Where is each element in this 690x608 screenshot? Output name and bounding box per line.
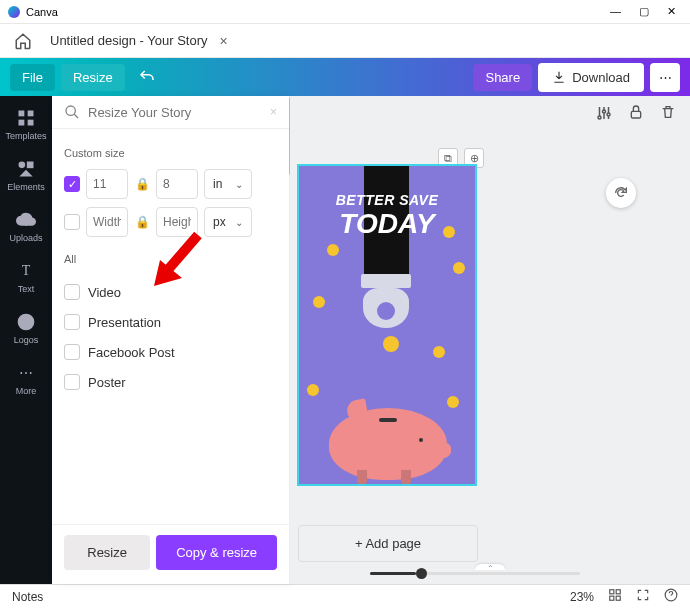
add-page-button[interactable]: + Add page [298, 525, 478, 562]
more-icon: ⋯ [16, 363, 36, 383]
search-input[interactable] [88, 105, 270, 120]
coin-icon [313, 296, 325, 308]
svg-point-7 [19, 315, 34, 330]
design-canvas[interactable]: BETTER SAVE TODAY [297, 164, 477, 486]
type-checkbox[interactable] [64, 284, 80, 300]
download-button[interactable]: Download [538, 63, 644, 92]
window-controls: — ▢ ✕ [610, 5, 682, 18]
svg-rect-11 [616, 590, 620, 594]
notes-button[interactable]: Notes [12, 590, 43, 604]
copy-and-resize-button[interactable]: Copy & resize [156, 535, 277, 570]
canvas-hand-graphic [361, 274, 411, 330]
text-icon: T [16, 261, 36, 281]
type-item-video[interactable]: Video [64, 277, 277, 307]
search-icon [64, 104, 80, 120]
coin-icon [307, 384, 319, 396]
sidenav-elements[interactable]: Elements [7, 159, 45, 192]
home-button[interactable] [6, 28, 40, 54]
expand-pages-icon[interactable]: ⌃ [475, 564, 505, 570]
height-input-1[interactable] [156, 169, 198, 199]
svg-point-8 [66, 106, 75, 115]
type-item-poster[interactable]: Poster [64, 367, 277, 397]
tabbar: Untitled design - Your Story × [0, 24, 690, 58]
tab-title: Untitled design - Your Story [50, 33, 208, 48]
svg-rect-5 [27, 162, 34, 169]
width-input-1[interactable] [86, 169, 128, 199]
window-titlebar: Canva — ▢ ✕ [0, 0, 690, 24]
close-icon[interactable]: ✕ [667, 5, 676, 18]
sidenav-logos[interactable]: Logos [14, 312, 39, 345]
file-menu[interactable]: File [10, 64, 55, 91]
type-checkbox[interactable] [64, 344, 80, 360]
svg-rect-1 [28, 111, 34, 117]
svg-rect-13 [616, 596, 620, 600]
undo-button[interactable] [131, 63, 163, 91]
resize-menu[interactable]: Resize [61, 64, 125, 91]
lock-icon[interactable]: 🔒 [134, 177, 150, 191]
chevron-down-icon: ⌄ [235, 217, 243, 228]
fullscreen-icon[interactable] [636, 588, 650, 605]
refresh-icon [613, 185, 629, 201]
type-checkbox[interactable] [64, 374, 80, 390]
type-list: Video Presentation Facebook Post Poster [64, 277, 277, 397]
coin-icon [453, 262, 465, 274]
coin-icon [443, 226, 455, 238]
unit-select-2[interactable]: px ⌄ [204, 207, 252, 237]
canvas-area: ⧉ ⊕ BETTER SAVE TODAY [290, 96, 690, 584]
coin-icon [327, 244, 339, 256]
lock-icon[interactable]: 🔒 [134, 215, 150, 229]
sidenav-templates[interactable]: Templates [5, 108, 46, 141]
svg-point-4 [19, 162, 26, 169]
canvas-title-1: BETTER SAVE [299, 192, 475, 208]
styles-icon[interactable] [594, 104, 614, 126]
refresh-button[interactable] [606, 178, 636, 208]
grid-view-icon[interactable] [608, 588, 622, 605]
panel-search-row: × [52, 96, 289, 129]
help-icon[interactable] [664, 588, 678, 605]
minimize-icon[interactable]: — [610, 5, 621, 18]
unit-select-1[interactable]: in ⌄ [204, 169, 252, 199]
panel-actions: Resize Copy & resize [52, 524, 289, 584]
svg-rect-10 [610, 590, 614, 594]
delete-page-icon[interactable] [658, 104, 678, 126]
sidenav-more[interactable]: ⋯ More [16, 363, 37, 396]
share-button[interactable]: Share [473, 64, 532, 91]
all-heading: All [64, 253, 277, 265]
side-navigation: Templates Elements Uploads T Text Logos … [0, 96, 52, 584]
coin-icon [383, 336, 399, 352]
undo-icon [138, 68, 156, 86]
footer-bar: Notes 23% [0, 584, 690, 608]
uploads-icon [16, 210, 36, 230]
width-input-2[interactable] [86, 207, 128, 237]
zoom-percentage[interactable]: 23% [570, 590, 594, 604]
zoom-slider[interactable] [370, 572, 580, 575]
svg-rect-12 [610, 596, 614, 600]
chevron-down-icon: ⌄ [235, 179, 243, 190]
svg-rect-9 [631, 111, 640, 118]
download-label: Download [572, 70, 630, 85]
maximize-icon[interactable]: ▢ [639, 5, 649, 18]
main-toolbar: File Resize Share Download ⋯ [0, 58, 690, 96]
sidenav-text[interactable]: T Text [16, 261, 36, 294]
document-tab[interactable]: Untitled design - Your Story × [50, 33, 228, 49]
height-input-2[interactable] [156, 207, 198, 237]
svg-rect-3 [28, 120, 34, 126]
resize-button[interactable]: Resize [64, 535, 150, 570]
coin-icon [433, 346, 445, 358]
size-row-2-checkbox[interactable] [64, 214, 80, 230]
svg-marker-6 [19, 170, 32, 177]
canvas-top-icons [594, 104, 678, 126]
download-icon [552, 70, 566, 84]
tab-close-icon[interactable]: × [220, 33, 228, 49]
home-icon [14, 32, 32, 50]
svg-rect-2 [19, 120, 25, 126]
lock-page-icon[interactable] [626, 104, 646, 126]
type-item-facebook-post[interactable]: Facebook Post [64, 337, 277, 367]
size-row-1-checkbox[interactable] [64, 176, 80, 192]
type-checkbox[interactable] [64, 314, 80, 330]
sidenav-uploads[interactable]: Uploads [9, 210, 42, 243]
toolbar-more-button[interactable]: ⋯ [650, 63, 680, 92]
type-item-presentation[interactable]: Presentation [64, 307, 277, 337]
search-clear-icon[interactable]: × [270, 105, 277, 119]
custom-size-heading: Custom size [64, 147, 277, 159]
